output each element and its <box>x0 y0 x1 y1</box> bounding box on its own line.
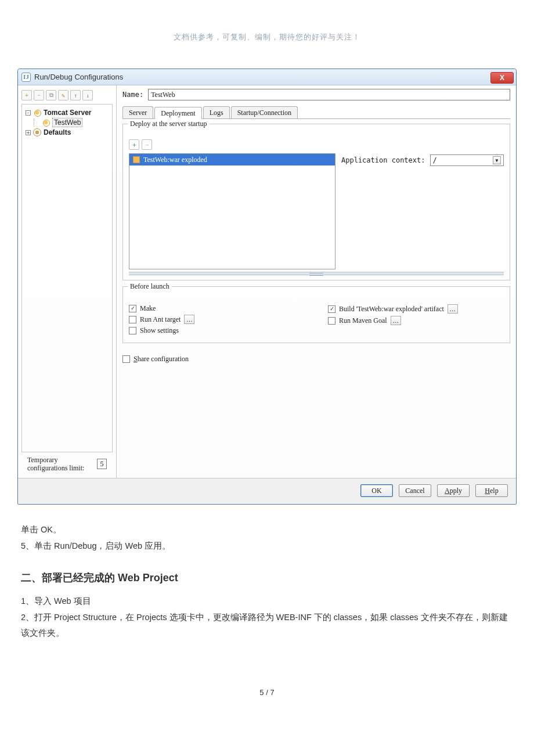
tab-deployment[interactable]: Deployment <box>154 107 201 119</box>
text-line: 2、打开 Project Structure，在 Projects 选项卡中，更… <box>21 610 513 642</box>
checkbox-icon[interactable] <box>122 355 130 363</box>
build-artifact-checkbox-row[interactable]: ✓ Build 'TestWeb:war exploded' artifact … <box>328 304 504 314</box>
gear-icon <box>33 128 41 136</box>
text-line: 5、单击 Run/Debug，启动 Web 应用。 <box>21 538 513 555</box>
config-tree[interactable]: - Tomcat Server TestWeb + Defaul <box>21 104 113 452</box>
name-label: Name: <box>122 91 143 99</box>
close-button[interactable]: X <box>490 72 514 84</box>
remove-artifact-button[interactable]: － <box>142 139 152 150</box>
checkbox-checked-icon[interactable]: ✓ <box>328 305 335 313</box>
checkbox-icon[interactable] <box>328 317 335 325</box>
tomcat-icon <box>33 109 41 117</box>
chevron-down-icon[interactable]: ▼ <box>493 156 501 164</box>
tomcat-icon <box>42 118 50 127</box>
config-left-panel: ＋ － ⧉ ✎ ↑ ↓ - Tomcat Server <box>18 85 117 478</box>
show-settings-checkbox-row[interactable]: Show settings <box>129 326 305 334</box>
add-config-button[interactable]: ＋ <box>21 90 32 100</box>
save-config-button[interactable]: ✎ <box>58 90 68 100</box>
checkbox-icon[interactable] <box>129 316 136 323</box>
config-tabs: Server Deployment Logs Startup/Connectio… <box>122 106 510 119</box>
deploy-fieldset: Deploy at the server startup ＋ － TestWeb… <box>122 124 510 280</box>
artifact-item[interactable]: TestWeb:war exploded <box>129 154 335 165</box>
temp-limit-input[interactable]: 5 <box>97 459 107 469</box>
artifact-list[interactable]: TestWeb:war exploded <box>129 153 335 269</box>
make-checkbox-row[interactable]: ✓ Make <box>129 304 305 312</box>
section-heading: 二、部署已经完成的 Web Project <box>21 568 513 588</box>
tree-label: TestWeb <box>52 118 82 127</box>
move-up-button[interactable]: ↑ <box>70 90 81 100</box>
show-settings-label: Show settings <box>140 326 179 334</box>
text-line: 1、导入 Web 项目 <box>21 593 513 610</box>
config-name-input[interactable]: TestWeb <box>148 89 510 100</box>
make-label: Make <box>140 304 156 312</box>
page-header-note: 文档供参考，可复制、编制，期待您的好评与关注！ <box>0 32 534 42</box>
copy-config-button[interactable]: ⧉ <box>46 90 56 100</box>
run-debug-config-dialog: IJ Run/Debug Configurations X ＋ － ⧉ ✎ ↑ … <box>17 69 517 505</box>
tree-defaults[interactable]: + Defaults <box>26 128 110 137</box>
temp-limit-label: Temporary configurations limit: <box>27 456 93 472</box>
app-context-label: Application context: <box>341 156 425 164</box>
run-ant-checkbox-row[interactable]: Run Ant target … <box>129 315 305 324</box>
deploy-legend: Deploy at the server startup <box>128 120 210 128</box>
dialog-footer: OK Cancel Apply Help <box>18 478 516 504</box>
intellij-icon: IJ <box>21 73 31 82</box>
remove-config-button[interactable]: － <box>34 90 44 100</box>
tab-startup-connection[interactable]: Startup/Connection <box>231 106 298 118</box>
dialog-title: Run/Debug Configurations <box>34 73 123 81</box>
page-number: 5 / 7 <box>0 688 534 697</box>
tab-server[interactable]: Server <box>122 106 153 118</box>
run-maven-checkbox-row[interactable]: Run Maven Goal … <box>328 316 504 325</box>
build-artifact-label: Build 'TestWeb:war exploded' artifact <box>339 305 444 313</box>
app-context-select[interactable]: / ▼ <box>430 154 504 166</box>
text-line: 单击 OK。 <box>21 522 513 538</box>
ok-button[interactable]: OK <box>360 484 393 497</box>
share-label: Share configuration <box>134 355 189 363</box>
config-toolbar: ＋ － ⧉ ✎ ↑ ↓ <box>21 89 113 104</box>
cancel-button[interactable]: Cancel <box>399 484 431 497</box>
ellipsis-button[interactable]: … <box>448 304 458 314</box>
add-artifact-button[interactable]: ＋ <box>129 139 139 150</box>
dialog-titlebar: IJ Run/Debug Configurations X <box>18 69 516 85</box>
tree-tomcat-server[interactable]: - Tomcat Server <box>26 108 110 117</box>
document-body-text: 单击 OK。 5、单击 Run/Debug，启动 Web 应用。 二、部署已经完… <box>21 522 513 642</box>
ellipsis-button[interactable]: … <box>391 316 401 325</box>
config-right-panel: Name: TestWeb Server Deployment Logs Sta… <box>117 85 516 478</box>
move-down-button[interactable]: ↓ <box>82 90 93 100</box>
expand-icon[interactable]: + <box>26 130 31 135</box>
ellipsis-button[interactable]: … <box>184 315 194 324</box>
help-button[interactable]: Help <box>475 484 508 497</box>
tree-label: Defaults <box>44 128 71 136</box>
before-launch-legend: Before launch <box>128 282 172 290</box>
checkbox-icon[interactable] <box>129 327 136 334</box>
before-launch-fieldset: Before launch ✓ Make Run Ant target <box>122 286 510 343</box>
run-ant-label: Run Ant target <box>140 315 181 323</box>
share-configuration-row[interactable]: Share configuration <box>122 355 510 363</box>
app-context-value: / <box>433 156 437 164</box>
tab-logs[interactable]: Logs <box>203 106 230 118</box>
splitter-handle[interactable] <box>129 272 504 275</box>
tree-testweb[interactable]: TestWeb <box>26 117 110 128</box>
apply-button[interactable]: Apply <box>437 484 470 497</box>
artifact-label: TestWeb:war exploded <box>143 155 207 164</box>
tree-label: Tomcat Server <box>44 109 91 117</box>
checkbox-checked-icon[interactable]: ✓ <box>129 305 136 312</box>
artifact-icon <box>133 156 140 163</box>
run-maven-label: Run Maven Goal <box>339 316 387 325</box>
collapse-icon[interactable]: - <box>26 110 31 116</box>
